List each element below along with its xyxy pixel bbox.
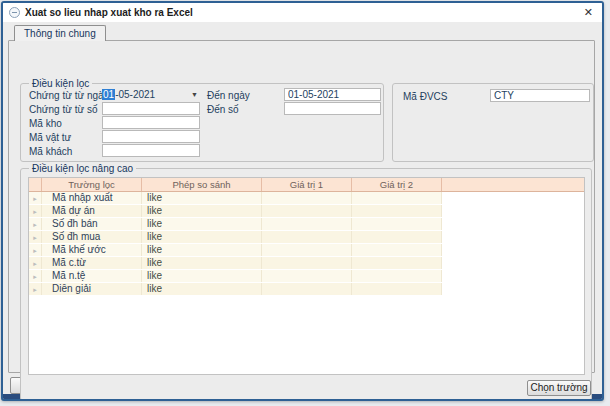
row-selector-icon[interactable]: ▸ [29,283,42,295]
filter-groupbox: Điều kiện lọc Chứng từ từ ngày 01-05-202… [20,83,384,162]
row-selector-icon[interactable]: ▸ [29,205,42,217]
row-filler [442,257,584,269]
row-operator[interactable]: like [142,257,262,269]
unit-groupbox: Mã ĐVCS [392,83,594,162]
row-selector-icon[interactable]: ▸ [29,270,42,282]
table-row[interactable]: ▸ Mã c.từ like [29,257,584,270]
date-to-field[interactable] [284,88,381,101]
row-value1[interactable] [262,192,352,204]
row-field[interactable]: Mã dự án [42,205,142,217]
grid-header-filler [442,178,584,191]
row-value2[interactable] [352,205,442,217]
doc-from-label: Chứng từ từ số [29,104,97,116]
row-filler [442,283,584,295]
warehouse-label: Mã kho [29,118,62,130]
date-from-selected-segment: 01 [102,89,115,100]
tab-general-info[interactable]: Thông tin chung [14,25,106,41]
advanced-group-title: Điều kiện lọc nâng cao [29,163,136,174]
row-field[interactable]: Mã khế ước [42,244,142,256]
table-row[interactable]: ▸ Số đh mua like [29,231,584,244]
doc-to-field[interactable] [284,102,381,115]
advanced-filter-grid[interactable]: Trường lọc Phép so sánh Giá trị 1 Giá tr… [28,177,585,375]
row-field[interactable]: Mã n.tệ [42,270,142,282]
desktop-background: { "window": { "title": "Xuat so lieu nha… [0,0,610,406]
material-label: Mã vật tư [29,132,71,144]
app-icon [9,7,20,18]
export-dialog-window: Xuat so lieu nhap xuat kho ra Excel ✕ Th… [1,1,604,401]
row-selector-icon[interactable]: ▸ [29,257,42,269]
table-row[interactable]: ▸ Mã n.tệ like [29,270,584,283]
row-value2[interactable] [352,244,442,256]
close-icon[interactable]: ✕ [581,6,596,19]
tab-page: Điều kiện lọc Chứng từ từ ngày 01-05-202… [8,40,595,373]
advanced-filter-groupbox: Điều kiện lọc nâng cao Trường lọc Phép s… [20,168,592,401]
row-operator[interactable]: like [142,205,262,217]
row-value1[interactable] [262,283,352,295]
unit-label: Mã ĐVCS [403,91,447,103]
row-filler [442,218,584,230]
row-selector-icon[interactable]: ▸ [29,244,42,256]
row-operator[interactable]: like [142,192,262,204]
row-value1[interactable] [262,257,352,269]
row-filler [442,231,584,243]
grid-header-value1[interactable]: Giá trị 1 [262,178,352,191]
row-value1[interactable] [262,270,352,282]
grid-header-selector [29,178,42,191]
table-row[interactable]: ▸ Mã khế ước like [29,244,584,257]
date-to-label: Đến ngày [207,90,250,102]
row-value1[interactable] [262,244,352,256]
row-operator[interactable]: like [142,244,262,256]
chevron-down-icon[interactable]: ▼ [191,91,200,98]
row-value2[interactable] [352,283,442,295]
warehouse-field[interactable] [102,116,200,129]
row-operator[interactable]: like [142,283,262,295]
row-value2[interactable] [352,270,442,282]
titlebar: Xuat so lieu nhap xuat kho ra Excel ✕ [3,3,602,22]
row-selector-icon[interactable]: ▸ [29,192,42,204]
date-from-label: Chứng từ từ ngày [29,90,109,102]
row-operator[interactable]: like [142,231,262,243]
grid-header-row: Trường lọc Phép so sánh Giá trị 1 Giá tr… [29,178,584,192]
row-selector-icon[interactable]: ▸ [29,231,42,243]
table-row[interactable]: ▸ Mã nhập xuất like [29,192,584,205]
customer-label: Mã khách [29,146,72,158]
table-row[interactable]: ▸ Số đh bán like [29,218,584,231]
date-from-rest: -05-2021 [115,89,155,100]
row-filler [442,270,584,282]
date-from-combo[interactable]: 01-05-2021 ▼ [102,88,200,101]
row-filler [442,192,584,204]
window-title: Xuat so lieu nhap xuat kho ra Excel [25,7,193,18]
row-filler [442,244,584,256]
choose-fields-button[interactable]: Chọn trường [527,380,591,396]
row-operator[interactable]: like [142,270,262,282]
grid-header-operator[interactable]: Phép so sánh [142,178,262,191]
unit-field[interactable] [490,89,590,102]
row-value2[interactable] [352,257,442,269]
table-row[interactable]: ▸ Diễn giải like [29,283,584,296]
doc-from-field[interactable] [102,102,200,115]
grid-header-value2[interactable]: Giá trị 2 [352,178,442,191]
row-value2[interactable] [352,218,442,230]
filter-group-title: Điều kiện lọc [29,78,92,89]
row-value2[interactable] [352,192,442,204]
grid-header-field[interactable]: Trường lọc [42,178,142,191]
material-field[interactable] [102,130,200,143]
doc-to-label: Đến số [207,104,239,116]
customer-field[interactable] [102,144,200,157]
row-field[interactable]: Số đh mua [42,231,142,243]
row-field[interactable]: Mã nhập xuất [42,192,142,204]
row-operator[interactable]: like [142,218,262,230]
row-filler [442,205,584,217]
row-value1[interactable] [262,231,352,243]
row-selector-icon[interactable]: ▸ [29,218,42,230]
row-value2[interactable] [352,231,442,243]
row-field[interactable]: Số đh bán [42,218,142,230]
row-field[interactable]: Mã c.từ [42,257,142,269]
row-value1[interactable] [262,205,352,217]
table-row[interactable]: ▸ Mã dự án like [29,205,584,218]
row-value1[interactable] [262,218,352,230]
row-field[interactable]: Diễn giải [42,283,142,295]
